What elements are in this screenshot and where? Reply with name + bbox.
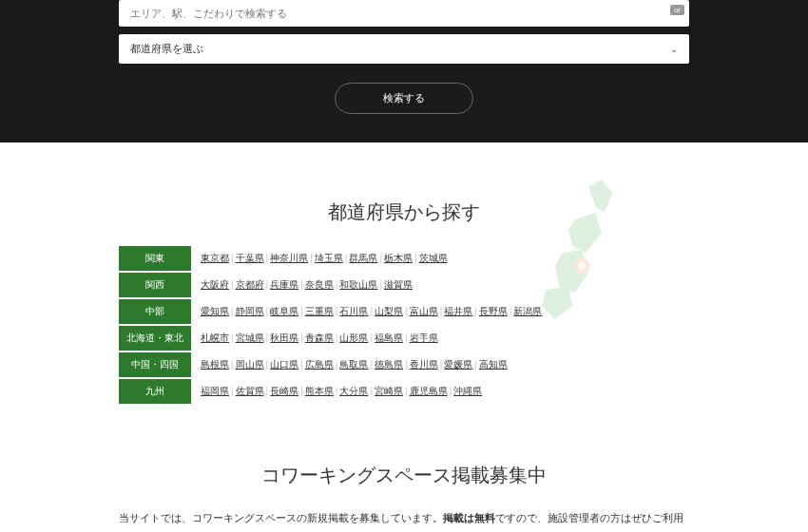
separator: | [379, 253, 382, 263]
prefecture-link[interactable]: 群馬県 [349, 253, 377, 263]
prefecture-link[interactable]: 富山県 [410, 306, 438, 316]
separator: | [336, 306, 338, 316]
prefecture-link[interactable]: 福島県 [375, 332, 403, 343]
region-prefs: 大阪府|京都府|兵庫県|奈良県|和歌山県|滋賀県 [191, 273, 689, 297]
prefecture-link[interactable]: 秋田県 [270, 332, 298, 343]
prefecture-link[interactable]: 静岡県 [236, 306, 264, 316]
prefecture-link[interactable]: 佐賀県 [236, 386, 264, 396]
region-prefs: 島根県|岡山県|山口県|広島県|鳥取県|徳島県|香川県|愛媛県|高知県 [191, 352, 689, 377]
search-button[interactable]: 検索する [335, 83, 473, 114]
region-row: 関西大阪府|京都府|兵庫県|奈良県|和歌山県|滋賀県 [119, 273, 689, 297]
prefecture-link[interactable]: 徳島県 [375, 359, 403, 370]
prefecture-link[interactable]: 山梨県 [375, 306, 403, 316]
prefecture-link[interactable]: 奈良県 [305, 279, 334, 290]
separator: | [266, 306, 269, 316]
prefecture-link[interactable]: 栃木県 [384, 253, 413, 263]
prefecture-link[interactable]: 岡山県 [236, 359, 264, 370]
region-row: 北海道・東北札幌市|宮城県|秋田県|青森県|山形県|福島県|岩手県 [119, 326, 689, 351]
prefecture-link[interactable]: 長崎県 [270, 386, 298, 396]
prefecture-link[interactable]: 兵庫県 [270, 279, 298, 290]
separator: | [231, 359, 234, 370]
prefecture-link[interactable]: 鹿児島県 [410, 386, 448, 396]
prefecture-select-label: 都道府県を選ぶ [130, 42, 203, 56]
prefecture-link[interactable]: 札幌市 [201, 332, 229, 343]
separator: | [266, 332, 269, 343]
prefecture-link[interactable]: 広島県 [305, 359, 334, 370]
region-row: 中国・四国島根県|岡山県|山口県|広島県|鳥取県|徳島県|香川県|愛媛県|高知県 [119, 352, 689, 377]
region-prefs: 東京都|千葉県|神奈川県|埼玉県|群馬県|栃木県|茨城県 [191, 246, 689, 271]
prefecture-link[interactable]: 京都府 [236, 279, 264, 290]
separator: | [405, 359, 408, 370]
prefecture-section-title: 都道府県から探す [119, 200, 689, 225]
separator: | [336, 332, 338, 343]
separator: | [300, 306, 303, 316]
prefecture-link[interactable]: 東京都 [201, 253, 229, 263]
region-prefs: 福岡県|佐賀県|長崎県|熊本県|大分県|宮崎県|鹿児島県|沖縄県 [191, 379, 689, 404]
search-input[interactable] [119, 0, 689, 27]
chevron-down-icon: ⌄ [670, 44, 678, 54]
prefecture-link[interactable]: 山口県 [270, 359, 298, 370]
prefecture-select[interactable]: 都道府県を選ぶ ⌄ [119, 34, 689, 64]
prefecture-link[interactable]: 熊本県 [305, 386, 334, 396]
region-label: 九州 [119, 379, 191, 404]
prefecture-link[interactable]: 三重県 [305, 306, 334, 316]
prefecture-link[interactable]: 長野県 [479, 306, 508, 316]
separator: | [231, 253, 234, 263]
separator: | [336, 386, 338, 396]
region-row: 中部愛知県|静岡県|岐阜県|三重県|石川県|山梨県|富山県|福井県|長野県|新潟… [119, 299, 689, 324]
separator: | [300, 386, 303, 396]
separator: | [300, 332, 303, 343]
separator: | [474, 359, 477, 370]
region-prefs: 札幌市|宮城県|秋田県|青森県|山形県|福島県|岩手県 [191, 326, 689, 351]
separator: | [231, 332, 234, 343]
prefecture-link[interactable]: 香川県 [410, 359, 438, 370]
prefecture-link[interactable]: 宮城県 [236, 332, 264, 343]
prefecture-link[interactable]: 宮崎県 [375, 386, 403, 396]
prefecture-link[interactable]: 和歌山県 [339, 279, 377, 290]
separator: | [266, 386, 269, 396]
separator: | [231, 386, 234, 396]
separator: | [266, 279, 269, 290]
separator: | [379, 279, 382, 290]
separator: | [266, 359, 269, 370]
separator: | [336, 359, 338, 370]
prefecture-link[interactable]: 鳥取県 [339, 359, 368, 370]
separator: | [300, 279, 303, 290]
search-section: or 都道府県を選ぶ ⌄ 検索する [0, 0, 808, 142]
recruit-section: コワーキングスペース掲載募集中 当サイトでは、コワーキングスペースの新規掲載を募… [119, 463, 689, 532]
prefecture-link[interactable]: 石川県 [339, 306, 368, 316]
prefecture-link[interactable]: 大阪府 [201, 279, 229, 290]
prefecture-link[interactable]: 埼玉県 [315, 253, 343, 263]
separator: | [440, 306, 443, 316]
separator: | [405, 332, 408, 343]
prefecture-link[interactable]: 高知県 [479, 359, 508, 370]
prefecture-link[interactable]: 福井県 [444, 306, 472, 316]
recruit-title: コワーキングスペース掲載募集中 [119, 463, 689, 488]
prefecture-link[interactable]: 福岡県 [201, 386, 229, 396]
prefecture-link[interactable]: 大分県 [339, 386, 368, 396]
region-label: 北海道・東北 [119, 326, 191, 351]
prefecture-link[interactable]: 滋賀県 [384, 279, 413, 290]
separator: | [336, 279, 338, 290]
prefecture-link[interactable]: 愛媛県 [444, 359, 472, 370]
prefecture-link[interactable]: 神奈川県 [270, 253, 308, 263]
separator: | [370, 332, 373, 343]
main-content: 都道府県から探す 関東東京都|千葉県|神奈川県|埼玉県|群馬県|栃木県|茨城県関… [119, 142, 689, 532]
prefecture-link[interactable]: 千葉県 [236, 253, 264, 263]
prefecture-link[interactable]: 岐阜県 [270, 306, 298, 316]
prefecture-link[interactable]: 島根県 [201, 359, 229, 370]
prefecture-link[interactable]: 青森県 [305, 332, 334, 343]
separator: | [440, 359, 443, 370]
prefecture-link[interactable]: 岩手県 [410, 332, 438, 343]
separator: | [414, 253, 417, 263]
separator: | [231, 279, 234, 290]
separator: | [510, 306, 512, 316]
separator: | [370, 359, 373, 370]
prefecture-link[interactable]: 新潟県 [513, 306, 542, 316]
prefecture-link[interactable]: 沖縄県 [453, 386, 482, 396]
prefecture-link[interactable]: 愛知県 [201, 306, 229, 316]
prefecture-link[interactable]: 山形県 [339, 332, 368, 343]
prefecture-link[interactable]: 茨城県 [419, 253, 448, 263]
region-label: 中部 [119, 299, 191, 324]
search-or-badge: or [670, 5, 684, 15]
